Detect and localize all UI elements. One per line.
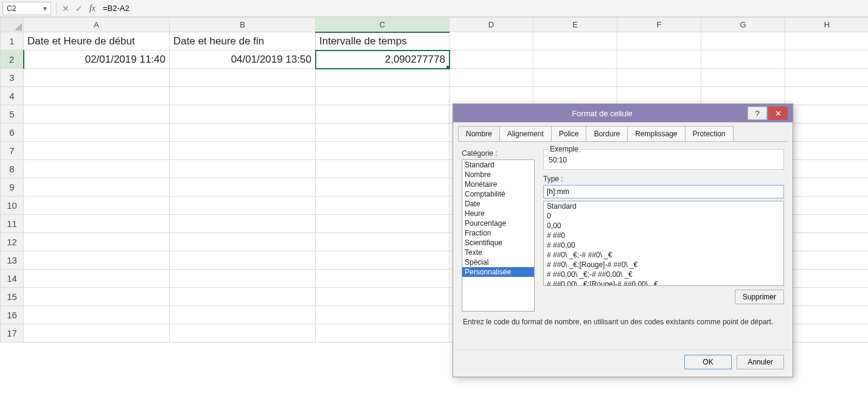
cell-A1[interactable]: Date et Heure de début: [24, 32, 170, 51]
cell-H11[interactable]: [785, 215, 869, 233]
row-header-12[interactable]: 12: [1, 233, 24, 251]
row-header-3[interactable]: 3: [1, 69, 24, 87]
category-item[interactable]: Monétaire: [462, 180, 534, 189]
cell-A16[interactable]: [24, 306, 170, 324]
cell-C10[interactable]: [316, 197, 450, 215]
row-header-9[interactable]: 9: [1, 178, 24, 197]
cell-C6[interactable]: [316, 124, 450, 142]
cell-H1[interactable]: [785, 32, 869, 51]
cell-C7[interactable]: [316, 142, 450, 160]
tab-nombre[interactable]: Nombre: [458, 126, 500, 141]
cell-H15[interactable]: [785, 288, 869, 306]
cell-G1[interactable]: [701, 32, 785, 51]
delete-button[interactable]: Supprimer: [735, 290, 784, 304]
tab-police[interactable]: Police: [551, 126, 587, 141]
cell-H13[interactable]: [785, 251, 869, 270]
insert-function-icon[interactable]: fx: [86, 2, 99, 15]
cell-A2[interactable]: 02/01/2019 11:40: [24, 51, 170, 69]
format-item[interactable]: # ##0,00: [544, 240, 783, 250]
cell-B11[interactable]: [170, 215, 316, 233]
format-listbox[interactable]: Standard00,00# ##0# ##0,00# ##0\ _€;-# #…: [543, 201, 784, 286]
row-header-1[interactable]: 1: [1, 32, 24, 51]
format-item[interactable]: 0: [544, 211, 783, 221]
cell-D3[interactable]: [450, 69, 533, 87]
cell-H12[interactable]: [785, 233, 869, 251]
row-header-7[interactable]: 7: [1, 142, 24, 160]
cell-B1[interactable]: Date et heure de fin: [170, 32, 316, 51]
cell-C17[interactable]: [316, 324, 450, 343]
cell-C9[interactable]: [316, 178, 450, 197]
cell-A10[interactable]: [24, 197, 170, 215]
tab-protection[interactable]: Protection: [685, 126, 734, 141]
cell-C14[interactable]: [316, 270, 450, 288]
cell-H8[interactable]: [785, 160, 869, 178]
cell-B4[interactable]: [170, 87, 316, 105]
cell-H9[interactable]: [785, 178, 869, 197]
cell-B16[interactable]: [170, 306, 316, 324]
row-header-16[interactable]: 16: [1, 306, 24, 324]
cell-D1[interactable]: [450, 32, 533, 51]
cell-C8[interactable]: [316, 160, 450, 178]
cell-F4[interactable]: [617, 87, 701, 105]
format-item[interactable]: # ##0: [544, 231, 783, 240]
cell-C1[interactable]: Intervalle de temps: [316, 32, 450, 51]
cell-B8[interactable]: [170, 160, 316, 178]
format-item[interactable]: # ##0,00\ _€;[Rouge]-# ##0,00\ _€: [544, 279, 783, 286]
tab-alignement[interactable]: Alignement: [499, 126, 552, 141]
cell-H7[interactable]: [785, 142, 869, 160]
column-header-B[interactable]: B: [170, 18, 316, 32]
cell-B12[interactable]: [170, 233, 316, 251]
column-header-D[interactable]: D: [450, 18, 533, 32]
column-header-E[interactable]: E: [533, 18, 617, 32]
format-item[interactable]: # ##0\ _€;-# ##0\ _€: [544, 250, 783, 260]
cell-F1[interactable]: [617, 32, 701, 51]
row-header-11[interactable]: 11: [1, 215, 24, 233]
row-header-15[interactable]: 15: [1, 288, 24, 306]
cell-G3[interactable]: [701, 69, 785, 87]
category-item[interactable]: Comptabilité: [462, 189, 534, 199]
row-header-2[interactable]: 2: [1, 51, 24, 69]
cell-E4[interactable]: [533, 87, 617, 105]
cell-H5[interactable]: [785, 105, 869, 124]
cell-A11[interactable]: [24, 215, 170, 233]
cell-A13[interactable]: [24, 251, 170, 270]
cell-A15[interactable]: [24, 288, 170, 306]
cell-A14[interactable]: [24, 270, 170, 288]
cell-A17[interactable]: [24, 324, 170, 343]
cell-A4[interactable]: [24, 87, 170, 105]
cell-C3[interactable]: [316, 69, 450, 87]
category-item[interactable]: Spécial: [462, 257, 534, 267]
type-input[interactable]: [543, 185, 784, 198]
cell-C5[interactable]: [316, 105, 450, 124]
cell-B7[interactable]: [170, 142, 316, 160]
chevron-down-icon[interactable]: ▾: [43, 4, 47, 13]
category-item[interactable]: Nombre: [462, 170, 534, 180]
cell-E1[interactable]: [533, 32, 617, 51]
tab-remplissage[interactable]: Remplissage: [627, 126, 685, 141]
category-item[interactable]: Standard: [462, 160, 534, 170]
category-item[interactable]: Date: [462, 199, 534, 209]
cell-H10[interactable]: [785, 197, 869, 215]
cell-B10[interactable]: [170, 197, 316, 215]
cell-C12[interactable]: [316, 233, 450, 251]
category-item[interactable]: Heure: [462, 209, 534, 218]
cell-C11[interactable]: [316, 215, 450, 233]
cell-F3[interactable]: [617, 69, 701, 87]
cell-E3[interactable]: [533, 69, 617, 87]
category-item[interactable]: Personnalisée: [462, 267, 534, 277]
cell-C13[interactable]: [316, 251, 450, 270]
format-item[interactable]: # ##0\ _€;[Rouge]-# ##0\ _€: [544, 260, 783, 270]
cell-H3[interactable]: [785, 69, 869, 87]
help-icon[interactable]: ?: [748, 106, 767, 120]
cell-A12[interactable]: [24, 233, 170, 251]
cell-G4[interactable]: [701, 87, 785, 105]
cell-H14[interactable]: [785, 270, 869, 288]
category-item[interactable]: Scientifique: [462, 238, 534, 248]
cell-A9[interactable]: [24, 178, 170, 197]
cancel-formula-icon[interactable]: ✕: [59, 2, 72, 15]
cell-B14[interactable]: [170, 270, 316, 288]
cell-H4[interactable]: [785, 87, 869, 105]
cell-C16[interactable]: [316, 306, 450, 324]
cell-A6[interactable]: [24, 124, 170, 142]
row-header-10[interactable]: 10: [1, 197, 24, 215]
